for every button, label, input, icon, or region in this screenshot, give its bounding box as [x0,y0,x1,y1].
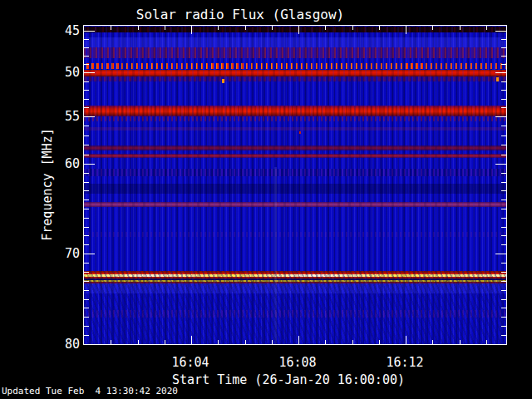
y-minor-tick [84,155,89,155]
y-minor-tick [501,81,506,82]
y-minor-tick [501,290,506,291]
y-minor-tick [501,47,506,48]
y-minor-tick [84,281,89,282]
y-minor-tick [501,190,506,191]
x-minor-tick [272,26,273,30]
y-minor-tick [84,227,89,228]
y-minor-tick [501,218,506,219]
y-minor-tick [84,135,89,136]
y-minor-tick [84,218,89,219]
y-minor-tick [84,190,89,191]
x-tick-label-16:08: 16:08 [260,355,335,370]
y-minor-tick [84,299,89,300]
y-minor-tick [84,145,89,145]
y-axis-label: Frequency [MHz] [40,128,55,240]
y-minor-tick [501,263,506,264]
y-minor-tick [501,99,506,100]
x-minor-tick [325,340,326,344]
y-tick-label-60: 60 [0,156,80,171]
x-minor-tick [352,26,353,30]
x-minor-tick [111,26,111,30]
y-minor-tick [84,308,89,308]
y-minor-tick [501,227,506,228]
y-minor-tick [501,281,506,282]
y-major-tick [495,344,506,345]
x-minor-tick [138,340,139,344]
axis-ticks-layer [84,26,506,344]
y-minor-tick [501,107,506,108]
x-major-tick [191,336,192,344]
y-minor-tick [84,272,89,273]
y-minor-tick [501,209,506,209]
x-minor-tick [272,340,273,344]
plot-title: Solar radio Flux (Glasgow) [0,7,480,22]
y-minor-tick [501,155,506,155]
y-minor-tick [84,235,89,236]
y-minor-tick [84,126,89,126]
y-minor-tick [84,209,89,209]
x-minor-tick [379,340,380,344]
y-tick-label-55: 55 [0,109,80,124]
y-minor-tick [84,290,89,291]
y-minor-tick [84,39,89,40]
x-minor-tick [486,340,487,344]
updated-timestamp: Updated Tue Feb 4 13:30:42 2020 [2,386,178,397]
x-minor-tick [460,26,461,30]
x-minor-tick [111,340,111,344]
x-minor-tick [432,340,433,344]
y-major-tick [84,344,95,345]
y-minor-tick [84,90,89,91]
y-minor-tick [501,308,506,308]
x-minor-tick [432,26,433,30]
x-major-tick [406,26,406,34]
y-minor-tick [501,244,506,245]
y-major-tick [495,254,506,254]
y-minor-tick [84,317,89,318]
x-minor-tick [460,340,461,344]
y-major-tick [84,116,95,117]
x-minor-tick [218,26,219,30]
x-major-tick [298,26,299,34]
y-major-tick [495,116,506,117]
y-minor-tick [501,272,506,273]
y-minor-tick [501,299,506,300]
y-major-tick [495,164,506,165]
y-minor-tick [501,235,506,236]
y-tick-label-45: 45 [0,23,80,38]
solar-radio-spectrogram-page: { "title": "Solar radio Flux (Glasgow)",… [0,0,532,399]
x-minor-tick [379,26,380,30]
x-minor-tick [138,26,139,30]
y-minor-tick [501,326,506,327]
y-minor-tick [84,244,89,245]
y-minor-tick [84,47,89,48]
x-minor-tick [352,340,353,344]
y-major-tick [84,31,95,32]
y-minor-tick [84,263,89,264]
x-minor-tick [218,340,219,344]
y-minor-tick [84,335,89,336]
spectrogram-plot-area [83,25,507,345]
y-minor-tick [501,90,506,91]
y-tick-label-70: 70 [0,246,80,261]
x-tick-label-16:12: 16:12 [367,355,442,370]
y-major-tick [84,164,95,165]
x-minor-tick [486,26,487,30]
y-major-tick [84,254,95,254]
y-minor-tick [501,145,506,145]
y-minor-tick [84,182,89,183]
y-minor-tick [84,173,89,174]
y-minor-tick [84,64,89,65]
y-minor-tick [501,182,506,183]
x-major-tick [298,336,299,344]
x-minor-tick [165,340,165,344]
y-minor-tick [501,56,506,57]
y-major-tick [84,72,95,73]
y-minor-tick [84,99,89,100]
y-minor-tick [501,39,506,40]
x-tick-label-16:04: 16:04 [153,355,228,370]
x-minor-tick [245,26,246,30]
x-minor-tick [245,340,246,344]
y-tick-label-80: 80 [0,337,80,352]
x-minor-tick [325,26,326,30]
y-minor-tick [501,200,506,200]
